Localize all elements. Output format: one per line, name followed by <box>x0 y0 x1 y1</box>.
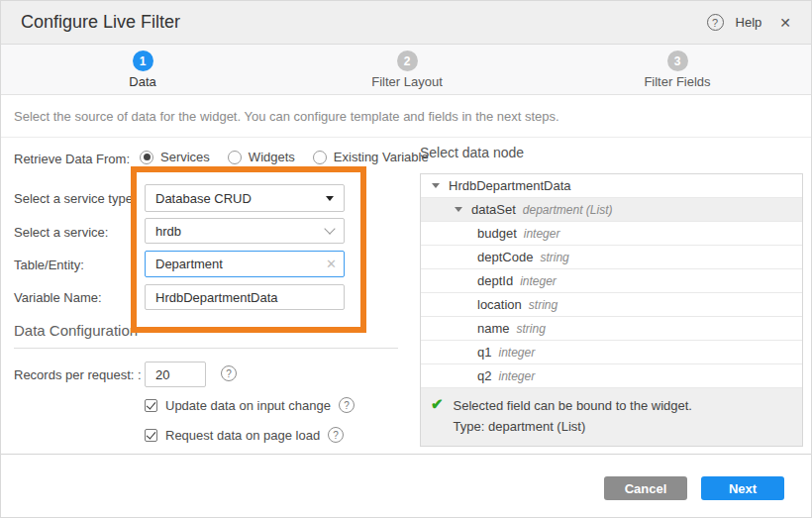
update-data-help-icon[interactable]: ? <box>339 397 355 413</box>
service-type-value: Database CRUD <box>155 191 326 206</box>
step-label: Filter Layout <box>348 74 466 89</box>
footer-divider <box>1 454 812 455</box>
note-line-1: Selected field can be bound to the widge… <box>454 395 692 416</box>
success-check-icon: ✔ <box>431 395 444 437</box>
radio-icon <box>313 151 327 164</box>
node-name: name <box>477 321 510 336</box>
select-data-node-heading: Select data node <box>420 145 524 160</box>
retrieve-data-from-radios: Services Widgets Existing Variable <box>140 150 429 164</box>
next-button[interactable]: Next <box>701 476 784 500</box>
close-icon[interactable]: ✕ <box>779 15 791 31</box>
dropdown-arrow-icon <box>326 196 334 201</box>
variable-name-label: Variable Name: <box>14 290 102 305</box>
tree-node-name[interactable]: name string <box>421 317 802 341</box>
tree-node-deptcode[interactable]: deptCode string <box>421 246 802 269</box>
checkbox-label: Update data on input change <box>165 398 331 413</box>
service-label: Select a service: <box>14 225 108 240</box>
tree-node-root[interactable]: HrdbDepartmentData <box>421 174 802 198</box>
retrieve-data-from-label: Retrieve Data From: <box>14 152 130 166</box>
node-name: deptCode <box>477 250 533 264</box>
tree-node-q1[interactable]: q1 integer <box>421 341 802 364</box>
section-divider <box>14 348 398 349</box>
node-name: q2 <box>477 368 491 383</box>
tree-node-budget[interactable]: budget integer <box>421 222 802 246</box>
tree-node-dataset[interactable]: dataSet department (List) <box>421 198 802 222</box>
radio-widgets[interactable]: Widgets <box>228 150 295 164</box>
request-data-help-icon[interactable]: ? <box>328 427 344 443</box>
radio-services[interactable]: Services <box>140 150 210 164</box>
caret-down-icon[interactable] <box>455 207 462 212</box>
node-type: integer <box>498 346 535 360</box>
node-name: HrdbDepartmentData <box>449 178 571 193</box>
update-data-on-input-change-row: Update data on input change ? <box>145 397 355 413</box>
node-name: budget <box>477 226 517 241</box>
update-data-checkbox[interactable] <box>145 399 157 412</box>
step-filter-layout[interactable]: 2 Filter Layout <box>348 45 466 89</box>
records-help-icon[interactable]: ? <box>221 365 237 381</box>
node-type: integer <box>524 227 560 241</box>
wizard-stepper: 1 Data 2 Filter Layout 3 Filter Fields <box>1 45 811 95</box>
node-type: string <box>540 251 568 264</box>
step-number-badge: 3 <box>667 51 688 71</box>
table-entity-label: Table/Entity: <box>14 258 84 272</box>
records-per-request-label: Records per request: : <box>14 367 142 382</box>
node-name: q1 <box>477 345 491 360</box>
records-per-request-input[interactable] <box>145 362 206 387</box>
tree-node-location[interactable]: location string <box>421 293 802 317</box>
data-configuration-heading: Data Configuration <box>14 322 138 339</box>
tree-node-q2[interactable]: q2 integer <box>421 364 802 388</box>
help-icon[interactable]: ? <box>707 14 724 31</box>
service-type-label: Select a service type: <box>14 191 137 206</box>
request-data-checkbox[interactable] <box>145 429 157 442</box>
clear-input-icon[interactable]: ✕ <box>326 257 337 271</box>
node-type: integer <box>498 369 535 383</box>
checkbox-label: Request data on page load <box>165 428 320 443</box>
step-label: Data <box>83 74 202 89</box>
caret-down-icon[interactable] <box>432 183 440 188</box>
variable-name-input[interactable] <box>145 284 345 310</box>
binding-status-note: ✔ Selected field can be bound to the wid… <box>421 388 802 446</box>
node-type: string <box>529 298 558 312</box>
service-type-select[interactable]: Database CRUD <box>145 184 345 212</box>
node-name: location <box>477 297 522 312</box>
step-number-badge: 2 <box>397 51 418 71</box>
radio-label: Existing Variable <box>334 150 429 164</box>
help-link[interactable]: Help <box>736 15 762 30</box>
service-select[interactable]: hrdb <box>145 218 345 244</box>
request-data-on-page-load-row: Request data on page load ? <box>145 427 344 443</box>
node-type: integer <box>520 274 557 288</box>
node-name: deptId <box>477 273 513 288</box>
data-node-tree: HrdbDepartmentData dataSet department (L… <box>420 173 803 447</box>
node-name: dataSet <box>471 202 516 217</box>
title-bar: Configure Live Filter ? Help ✕ <box>1 1 811 45</box>
step-data[interactable]: 1 Data <box>83 45 202 89</box>
step-description: Select the source of data for the widget… <box>1 95 811 138</box>
radio-label: Widgets <box>249 150 295 164</box>
note-text: Selected field can be bound to the widge… <box>454 395 692 437</box>
radio-icon <box>228 151 242 164</box>
step-filter-fields[interactable]: 3 Filter Fields <box>618 45 737 89</box>
step-number-badge: 1 <box>133 51 153 71</box>
chevron-down-icon <box>324 223 335 234</box>
page-title: Configure Live Filter <box>21 12 180 33</box>
radio-icon <box>140 151 153 164</box>
table-entity-input[interactable] <box>145 251 345 277</box>
tree-node-deptid[interactable]: deptId integer <box>421 269 802 293</box>
title-bar-actions: ? Help ✕ <box>707 14 791 31</box>
node-type: string <box>517 322 546 336</box>
step-label: Filter Fields <box>618 74 737 89</box>
note-line-2: Type: department (List) <box>454 416 692 437</box>
configure-live-filter-dialog: Configure Live Filter ? Help ✕ 1 Data 2 … <box>0 0 812 518</box>
service-value: hrdb <box>155 224 326 239</box>
cancel-button[interactable]: Cancel <box>604 476 687 500</box>
radio-label: Services <box>160 150 210 164</box>
node-type: department (List) <box>523 203 613 217</box>
radio-existing-variable[interactable]: Existing Variable <box>313 150 429 164</box>
